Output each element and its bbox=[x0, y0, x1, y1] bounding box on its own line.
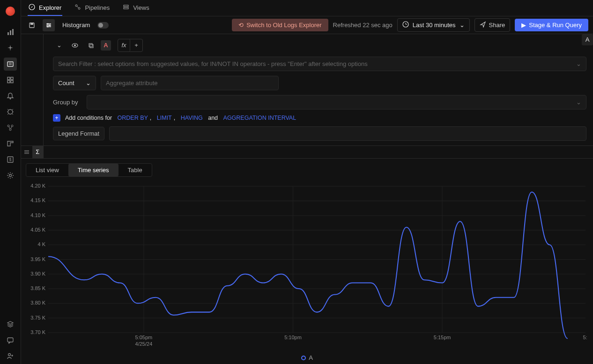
search-filter-input[interactable]: ⌄ bbox=[53, 57, 586, 71]
svg-point-24 bbox=[9, 175, 12, 177]
svg-text:3.95 K: 3.95 K bbox=[30, 256, 45, 262]
svg-point-41 bbox=[49, 24, 51, 26]
nav-invite[interactable] bbox=[4, 349, 17, 363]
nav-logs[interactable] bbox=[4, 58, 17, 71]
svg-rect-49 bbox=[90, 44, 93, 48]
nav-billing[interactable]: $ bbox=[4, 153, 17, 166]
svg-rect-6 bbox=[7, 77, 10, 80]
search-filter-field[interactable] bbox=[58, 60, 581, 67]
switch-old-explorer-button[interactable]: ⟲ Switch to Old Logs Explorer bbox=[232, 19, 328, 31]
nav-chat[interactable] bbox=[4, 334, 17, 347]
tab-label: Pipelines bbox=[85, 4, 110, 11]
aggregate-attribute-input[interactable] bbox=[101, 76, 279, 90]
nav-dashboards[interactable] bbox=[4, 73, 17, 87]
nav-metrics[interactable] bbox=[4, 26, 17, 39]
tab-pipelines[interactable]: Pipelines bbox=[74, 0, 111, 16]
time-series-chart[interactable]: 3.70 K3.75 K3.80 K3.85 K3.90 K3.95 K4 K4… bbox=[25, 182, 587, 351]
svg-line-14 bbox=[12, 109, 13, 110]
aggregate-function-select[interactable]: Count ⌄ bbox=[53, 76, 96, 90]
and-text: and bbox=[208, 115, 218, 121]
svg-point-10 bbox=[8, 109, 13, 114]
groupby-field[interactable] bbox=[92, 99, 581, 106]
eye-icon[interactable] bbox=[69, 39, 81, 51]
save-view-button[interactable] bbox=[26, 19, 38, 31]
view-time-series[interactable]: Time series bbox=[68, 164, 119, 176]
copy-icon[interactable] bbox=[85, 39, 97, 51]
svg-rect-33 bbox=[124, 5, 128, 7]
nav-settings[interactable] bbox=[4, 169, 17, 182]
refreshed-label: Refreshed 22 sec ago bbox=[333, 22, 393, 29]
add-condition-button[interactable]: + bbox=[53, 114, 60, 122]
count-label: Count bbox=[58, 80, 74, 87]
svg-text:$: $ bbox=[9, 157, 11, 162]
fx-icon[interactable]: fx bbox=[118, 39, 130, 51]
svg-rect-36 bbox=[30, 23, 33, 25]
svg-point-30 bbox=[75, 5, 77, 7]
svg-rect-1 bbox=[10, 30, 11, 35]
run-query-button[interactable]: ▶ Stage & Run Query bbox=[515, 19, 588, 31]
chevron-down-icon: ⌄ bbox=[86, 80, 91, 87]
groupby-input[interactable]: ⌄ bbox=[87, 95, 586, 109]
svg-text:5:15pm: 5:15pm bbox=[434, 335, 451, 340]
undo-icon: ⟲ bbox=[238, 22, 244, 29]
pipeline-icon bbox=[74, 4, 81, 12]
legend-format-input[interactable] bbox=[109, 126, 586, 141]
tab-explorer[interactable]: Explorer bbox=[28, 0, 62, 16]
query-builder-toggle[interactable] bbox=[43, 19, 55, 31]
nav-ai[interactable] bbox=[4, 42, 17, 55]
toolbar: Histogram ⟲ Switch to Old Logs Explorer … bbox=[21, 16, 593, 34]
limit-link[interactable]: LIMIT bbox=[157, 115, 172, 121]
histogram-toggle[interactable] bbox=[97, 22, 109, 29]
raw-logs-mode[interactable] bbox=[21, 146, 32, 158]
view-table[interactable]: Table bbox=[119, 164, 152, 176]
tab-label: Explorer bbox=[39, 4, 61, 11]
builder-gutter bbox=[21, 34, 44, 146]
svg-text:3.70 K: 3.70 K bbox=[30, 329, 45, 335]
nav-services[interactable] bbox=[4, 121, 17, 134]
svg-text:3.75 K: 3.75 K bbox=[30, 314, 45, 320]
query-builder-row: A ⌄ A fx + ⌄ Count ⌄ bbox=[21, 34, 593, 146]
nav-stack[interactable] bbox=[4, 318, 17, 331]
share-label: Share bbox=[489, 22, 505, 29]
share-button[interactable]: Share bbox=[474, 18, 511, 32]
svg-rect-25 bbox=[7, 338, 13, 342]
svg-rect-2 bbox=[12, 29, 14, 35]
view-list[interactable]: List view bbox=[26, 164, 68, 176]
svg-text:4/25/24: 4/25/24 bbox=[135, 341, 153, 347]
legend-field[interactable] bbox=[114, 130, 581, 137]
having-link[interactable]: HAVING bbox=[181, 115, 203, 121]
query-builder: A ⌄ A fx + ⌄ Count ⌄ bbox=[44, 34, 593, 146]
nav-usage[interactable] bbox=[4, 137, 17, 150]
svg-rect-8 bbox=[7, 80, 10, 83]
aggregate-mode[interactable]: Σ bbox=[32, 146, 44, 158]
svg-rect-34 bbox=[124, 7, 128, 9]
legend-series-label: A bbox=[309, 354, 313, 361]
conditions-prefix: Add conditions for bbox=[65, 115, 112, 121]
histogram-label: Histogram bbox=[62, 22, 90, 29]
nav-alerts[interactable] bbox=[4, 89, 17, 102]
nav-exceptions[interactable] bbox=[4, 105, 17, 118]
chevron-down-icon: ⌄ bbox=[460, 22, 465, 29]
svg-text:5:10pm: 5:10pm bbox=[284, 335, 302, 340]
play-icon: ▶ bbox=[521, 22, 526, 29]
order-by-link[interactable]: ORDER BY bbox=[118, 115, 148, 121]
svg-rect-9 bbox=[11, 80, 13, 83]
time-range-picker[interactable]: Last 30 minutes ⌄ bbox=[397, 18, 470, 32]
aggregate-field[interactable] bbox=[106, 80, 274, 87]
add-query-button[interactable]: + bbox=[130, 39, 142, 51]
chevron-down-icon: ⌄ bbox=[576, 99, 581, 106]
chart-area: 3.70 K3.75 K3.80 K3.85 K3.90 K3.95 K4 K4… bbox=[25, 182, 587, 351]
svg-rect-48 bbox=[89, 44, 92, 47]
tab-views[interactable]: Views bbox=[122, 0, 150, 16]
chevron-down-icon[interactable]: ⌄ bbox=[53, 39, 65, 51]
series-badge-right: A bbox=[582, 34, 593, 45]
svg-point-42 bbox=[47, 26, 49, 27]
svg-text:4.05 K: 4.05 K bbox=[30, 227, 45, 233]
svg-text:4.10 K: 4.10 K bbox=[30, 212, 45, 218]
svg-rect-0 bbox=[7, 32, 9, 35]
tab-label: Views bbox=[133, 4, 149, 11]
agg-interval-link[interactable]: AGGREGATION INTERVAL bbox=[223, 115, 296, 121]
compass-icon bbox=[29, 4, 35, 12]
legend-format-label: Legend Format bbox=[53, 127, 104, 140]
svg-text:4.20 K: 4.20 K bbox=[30, 183, 45, 189]
